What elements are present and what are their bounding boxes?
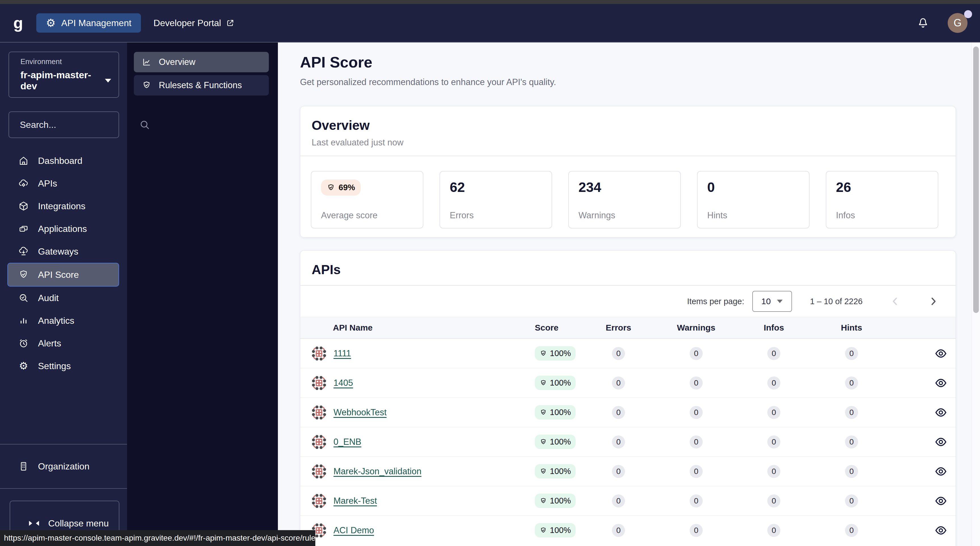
column-header-errors: Errors bbox=[580, 323, 657, 333]
table-pagination: Items per page: 10 1 – 10 of 2226 bbox=[300, 286, 956, 317]
api-management-label: API Management bbox=[61, 18, 131, 29]
score-badge: 100% bbox=[535, 405, 576, 419]
errors-count: 0 bbox=[612, 376, 625, 389]
subnav-item-overview[interactable]: Overview bbox=[134, 52, 269, 72]
errors-count: 0 bbox=[612, 465, 625, 478]
score-value: 100% bbox=[550, 496, 571, 505]
chevron-down-icon bbox=[777, 300, 783, 303]
stat-value: 0 bbox=[707, 179, 799, 195]
score-badge: 100% bbox=[535, 494, 576, 508]
api-name-link[interactable]: Marek-Test bbox=[334, 496, 377, 506]
subnav-item-rulesets-functions[interactable]: Rulesets & Functions bbox=[134, 75, 269, 95]
table-row: 1111 100% 0 0 0 0 bbox=[300, 338, 956, 368]
table-row: 1405 100% 0 0 0 0 bbox=[300, 368, 956, 397]
gear-icon: ⚙ bbox=[46, 17, 56, 29]
api-identicon bbox=[311, 493, 327, 509]
api-name-link[interactable]: 0_ENB bbox=[334, 437, 361, 447]
sidebar-item-alerts[interactable]: Alerts bbox=[0, 332, 127, 355]
view-api-button[interactable] bbox=[935, 377, 947, 389]
sidebar-item-label: Settings bbox=[38, 361, 71, 371]
hints-count: 0 bbox=[845, 376, 858, 389]
stat-label: Errors bbox=[450, 210, 542, 221]
scrollbar-thumb[interactable] bbox=[973, 46, 979, 313]
avatar-status-dot bbox=[964, 10, 972, 18]
gravitee-logo[interactable]: g bbox=[0, 15, 36, 31]
api-management-button[interactable]: ⚙ API Management bbox=[36, 13, 141, 33]
sidebar-item-gateways[interactable]: Gateways bbox=[0, 240, 127, 263]
infos-count: 0 bbox=[767, 347, 780, 360]
sidebar-item-label: Dashboard bbox=[38, 156, 83, 166]
view-api-button[interactable] bbox=[935, 524, 947, 536]
overview-card: Overview Last evaluated just now 69% Ave… bbox=[300, 106, 956, 238]
stat-label: Warnings bbox=[579, 210, 671, 221]
sidebar-item-dashboard[interactable]: Dashboard bbox=[0, 149, 127, 172]
stat-value: 234 bbox=[579, 179, 671, 195]
stat-label: Hints bbox=[707, 210, 799, 221]
stat-label: Infos bbox=[836, 210, 928, 221]
collapse-arrows-icon bbox=[29, 520, 40, 527]
developer-portal-link[interactable]: Developer Portal bbox=[153, 18, 234, 29]
view-api-button[interactable] bbox=[935, 406, 947, 419]
sidebar-item-label: Applications bbox=[38, 224, 87, 234]
sidebar-item-api-score[interactable]: API Score bbox=[7, 263, 119, 287]
sidebar-item-label: Integrations bbox=[38, 201, 85, 211]
building-icon bbox=[18, 461, 29, 472]
cloud-download-icon bbox=[18, 246, 29, 257]
view-api-button[interactable] bbox=[935, 495, 947, 507]
view-api-button[interactable] bbox=[935, 436, 947, 448]
cloud-gear-icon bbox=[18, 178, 29, 189]
stat-value: 26 bbox=[836, 179, 928, 195]
table-row: WebhookTest 100% 0 0 0 0 bbox=[300, 397, 956, 427]
score-badge: 100% bbox=[535, 376, 576, 390]
applications-icon bbox=[18, 224, 29, 234]
hints-count: 0 bbox=[845, 524, 858, 537]
score-badge: 100% bbox=[535, 435, 576, 449]
notifications-bell-icon[interactable] bbox=[916, 16, 929, 30]
sidebar-item-analytics[interactable]: Analytics bbox=[0, 309, 127, 332]
subnav-item-label: Rulesets & Functions bbox=[159, 80, 242, 90]
stat-errors: 62 Errors bbox=[439, 171, 552, 229]
user-avatar[interactable]: G bbox=[948, 13, 967, 33]
items-per-page-label: Items per page: bbox=[687, 297, 745, 306]
stat-value: 62 bbox=[450, 179, 542, 195]
shield-check-icon bbox=[142, 81, 151, 90]
api-name-link[interactable]: 1111 bbox=[334, 348, 351, 359]
api-name-link[interactable]: 1405 bbox=[334, 378, 353, 388]
apis-title: APIs bbox=[312, 262, 944, 277]
errors-count: 0 bbox=[612, 406, 625, 419]
api-name-link[interactable]: WebhookTest bbox=[334, 407, 387, 417]
page-size-select[interactable]: 10 bbox=[752, 291, 792, 312]
sidebar-item-audit[interactable]: Audit bbox=[0, 287, 127, 309]
api-name-link[interactable]: ACI Demo bbox=[334, 525, 374, 535]
score-value: 100% bbox=[550, 378, 571, 387]
table-row: 0_ENB 100% 0 0 0 0 bbox=[300, 427, 956, 456]
warnings-count: 0 bbox=[690, 524, 703, 537]
api-name-link[interactable]: Marek-Json_validation bbox=[334, 466, 422, 476]
view-api-button[interactable] bbox=[935, 465, 947, 478]
previous-page-button[interactable] bbox=[890, 296, 900, 307]
warnings-count: 0 bbox=[690, 494, 703, 508]
view-api-button[interactable] bbox=[935, 347, 947, 360]
column-header-score: Score bbox=[535, 323, 580, 333]
sidebar-item-label: Audit bbox=[38, 293, 59, 303]
next-page-button[interactable] bbox=[928, 296, 939, 307]
search-input[interactable] bbox=[20, 120, 139, 130]
api-identicon bbox=[311, 375, 327, 391]
overview-evaluated-text: Last evaluated just now bbox=[312, 138, 944, 148]
page-size-value: 10 bbox=[761, 297, 771, 306]
sidebar-item-settings[interactable]: ⚙ Settings bbox=[0, 355, 127, 377]
infos-count: 0 bbox=[767, 406, 780, 419]
sidebar-item-organization[interactable]: Organization bbox=[0, 444, 127, 488]
sidebar-item-applications[interactable]: Applications bbox=[0, 217, 127, 240]
logo-g-glyph: g bbox=[13, 15, 23, 31]
environment-selector[interactable]: Environment fr-apim-master-dev bbox=[8, 52, 119, 98]
window-top-strip bbox=[0, 0, 980, 4]
environment-label: Environment bbox=[21, 57, 111, 66]
sidebar-item-apis[interactable]: APIs bbox=[0, 172, 127, 195]
infos-count: 0 bbox=[767, 376, 780, 389]
stat-hints: 0 Hints bbox=[697, 171, 810, 229]
scrollbar-track[interactable] bbox=[972, 43, 980, 546]
column-header-infos: Infos bbox=[735, 323, 813, 333]
score-value: 100% bbox=[550, 349, 571, 358]
sidebar-item-integrations[interactable]: Integrations bbox=[0, 195, 127, 217]
